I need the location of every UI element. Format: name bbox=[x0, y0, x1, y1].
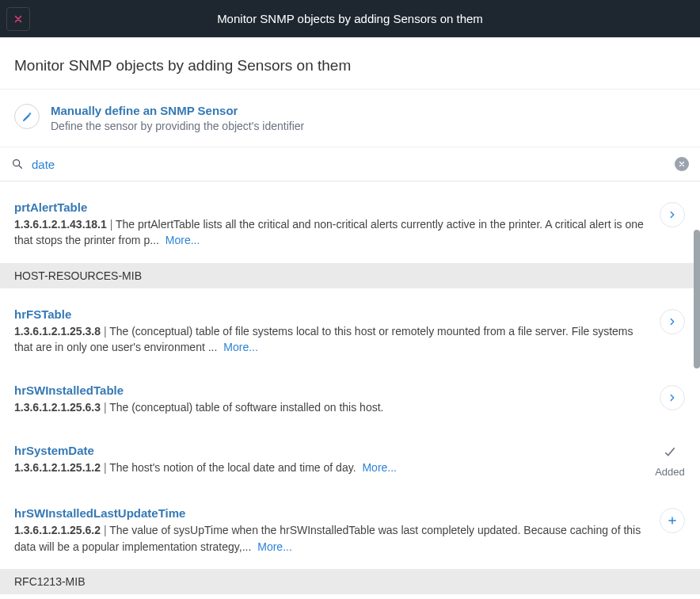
expand-button[interactable] bbox=[660, 385, 685, 410]
item-desc: 1.3.6.1.2.1.43.18.1 | The prtAlertTable … bbox=[14, 216, 648, 249]
chevron-right-icon bbox=[667, 392, 678, 403]
svg-point-0 bbox=[13, 160, 20, 166]
item-desc: 1.3.6.1.2.1.25.6.3 | The (conceptual) ta… bbox=[14, 399, 648, 415]
item-oid: 1.3.6.1.2.1.25.3.8 bbox=[14, 325, 101, 338]
item-oid: 1.3.6.1.2.1.25.6.2 bbox=[14, 524, 101, 536]
item-desc: 1.3.6.1.2.1.25.3.8 | The (conceptual) ta… bbox=[14, 323, 648, 356]
result-item: hrSystemDate1.3.6.1.2.1.25.1.2 | The hos… bbox=[0, 429, 700, 492]
page-title: Monitor SNMP objects by adding Sensors o… bbox=[14, 57, 686, 74]
section-header: HOST-RESOURCES-MIB bbox=[0, 263, 700, 288]
expand-button[interactable] bbox=[660, 202, 685, 227]
more-link[interactable]: More... bbox=[165, 234, 200, 246]
titlebar: Monitor SNMP objects by adding Sensors o… bbox=[0, 0, 700, 37]
section-header: RFC1213-MIB bbox=[0, 569, 700, 594]
added-indicator: Added bbox=[654, 444, 686, 478]
plus-icon bbox=[667, 515, 678, 526]
manual-sensor-title: Manually define an SNMP Sensor bbox=[51, 104, 686, 117]
more-link[interactable]: More... bbox=[362, 461, 397, 474]
result-item: atTable bbox=[0, 594, 700, 597]
pencil-icon-circle bbox=[14, 104, 40, 129]
clear-search-button[interactable] bbox=[675, 157, 689, 171]
item-name[interactable]: hrSWInstalledLastUpdateTime bbox=[14, 506, 648, 520]
scrollbar-thumb[interactable] bbox=[694, 230, 700, 368]
results-list: prtAlertTable1.3.6.1.2.1.43.18.1 | The p… bbox=[0, 181, 700, 597]
item-name[interactable]: hrFSTable bbox=[14, 307, 648, 321]
page-header: Monitor SNMP objects by adding Sensors o… bbox=[0, 38, 700, 90]
chevron-right-icon bbox=[667, 316, 678, 327]
item-name[interactable]: prtAlertTable bbox=[14, 200, 648, 214]
result-item: hrSWInstalledLastUpdateTime1.3.6.1.2.1.2… bbox=[0, 492, 700, 569]
search-row bbox=[0, 147, 700, 181]
check-icon bbox=[663, 445, 677, 460]
clear-icon bbox=[678, 160, 686, 168]
item-desc: 1.3.6.1.2.1.25.6.2 | The value of sysUpT… bbox=[14, 522, 648, 555]
item-oid: 1.3.6.1.2.1.25.6.3 bbox=[14, 401, 101, 414]
item-name[interactable]: hrSWInstalledTable bbox=[14, 383, 648, 397]
item-oid: 1.3.6.1.2.1.25.1.2 bbox=[14, 461, 101, 474]
more-link[interactable]: More... bbox=[223, 341, 258, 353]
result-item: prtAlertTable1.3.6.1.2.1.43.18.1 | The p… bbox=[0, 181, 700, 263]
result-item: hrFSTable1.3.6.1.2.1.25.3.8 | The (conce… bbox=[0, 288, 700, 370]
chevron-right-icon bbox=[667, 209, 678, 220]
window-title: Monitor SNMP objects by adding Sensors o… bbox=[0, 12, 700, 25]
item-oid: 1.3.6.1.2.1.43.18.1 bbox=[14, 218, 107, 231]
item-desc: 1.3.6.1.2.1.25.1.2 | The host's notion o… bbox=[14, 460, 643, 475]
manual-sensor-row[interactable]: Manually define an SNMP Sensor Define th… bbox=[0, 90, 700, 147]
expand-button[interactable] bbox=[660, 309, 685, 334]
page: Monitor SNMP objects by adding Sensors o… bbox=[0, 37, 700, 599]
manual-sensor-desc: Define the sensor by providing the objec… bbox=[51, 120, 686, 132]
pencil-icon bbox=[21, 111, 33, 123]
close-button[interactable] bbox=[6, 7, 30, 31]
item-name[interactable]: hrSystemDate bbox=[14, 444, 643, 457]
search-input[interactable] bbox=[32, 158, 667, 171]
close-icon bbox=[13, 13, 24, 25]
result-item: hrSWInstalledTable1.3.6.1.2.1.25.6.3 | T… bbox=[0, 369, 700, 429]
added-label: Added bbox=[655, 466, 685, 478]
add-sensor-button[interactable] bbox=[660, 508, 685, 533]
search-icon bbox=[11, 158, 24, 170]
more-link[interactable]: More... bbox=[257, 540, 292, 553]
